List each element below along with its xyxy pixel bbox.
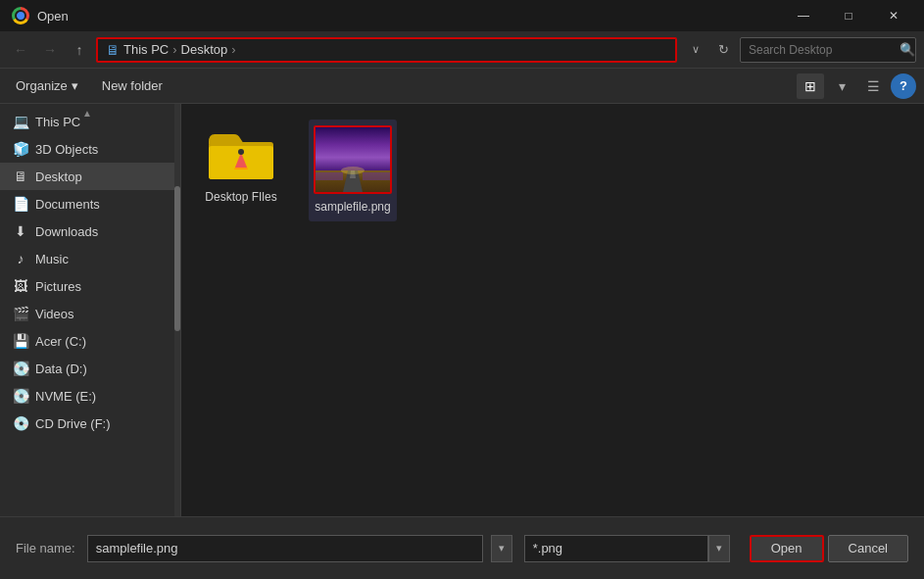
open-button[interactable]: Open <box>750 535 824 562</box>
svg-rect-11 <box>363 172 390 180</box>
sidebar-item-desktop[interactable]: 🖥 Desktop <box>0 163 180 190</box>
filetype-dropdown-button[interactable]: ▾ <box>708 535 730 562</box>
forward-button[interactable]: → <box>37 37 63 63</box>
sidebar-item-pictures[interactable]: 🖼 Pictures <box>0 272 180 300</box>
title-bar-left: Open <box>12 7 69 24</box>
videos-icon: 🎬 <box>12 305 29 322</box>
up-icon: ↑ <box>76 42 83 58</box>
sidebar-item-3d-objects[interactable]: 🧊 3D Objects <box>0 135 180 163</box>
sidebar-label-music: Music <box>35 252 69 266</box>
sidebar-label-3d-objects: 3D Objects <box>35 142 98 157</box>
sidebar-item-data-d[interactable]: 💽 Data (D:) <box>0 355 180 382</box>
view-dropdown-button[interactable]: ▾ <box>828 73 855 99</box>
sidebar-scroll-up[interactable]: ▲ <box>0 104 174 121</box>
forward-icon: → <box>43 42 57 58</box>
sidebar-label-nvme-e: NVME (E:) <box>35 389 96 404</box>
details-view-icon: ☰ <box>867 78 880 94</box>
sidebar: ▲ 💻 This PC 🧊 3D Objects 🖥 Desktop 📄 Doc… <box>0 104 181 516</box>
documents-icon: 📄 <box>12 195 29 213</box>
list-item[interactable]: Desktop FIles <box>197 120 285 212</box>
sidebar-label-acer-c: Acer (C:) <box>35 334 86 349</box>
organize-button[interactable]: Organize ▾ <box>8 73 86 99</box>
address-folder-icon: 🖥 <box>106 42 120 58</box>
nvme-e-icon: 💽 <box>12 387 29 405</box>
sidebar-label-cd-drive: CD Drive (F:) <box>35 416 111 431</box>
sidebar-label-documents: Documents <box>35 197 100 212</box>
address-box[interactable]: 🖥 This PC › Desktop › <box>96 37 677 63</box>
sidebar-item-downloads[interactable]: ⬇ Downloads <box>0 217 180 245</box>
sidebar-label-videos: Videos <box>35 307 74 321</box>
address-right: ∨ ↻ <box>685 37 736 63</box>
dialog-title: Open <box>37 9 69 24</box>
svg-rect-5 <box>316 127 390 170</box>
sidebar-item-acer-c[interactable]: 💾 Acer (C:) <box>0 327 180 355</box>
svg-point-9 <box>341 167 365 174</box>
close-button[interactable]: ✕ <box>871 0 916 31</box>
up-button[interactable]: ↑ <box>67 37 92 63</box>
window-controls: — □ ✕ <box>781 0 916 31</box>
breadcrumb-this-pc: This PC <box>123 42 169 57</box>
help-button[interactable]: ? <box>891 73 916 99</box>
folder-label: Desktop FIles <box>205 190 276 206</box>
desktop-icon: 🖥 <box>12 168 29 185</box>
filename-label: File name: <box>16 541 75 555</box>
breadcrumb: This PC › Desktop › <box>123 42 238 57</box>
folder-icon-wrap <box>207 125 275 184</box>
acer-c-icon: 💾 <box>12 332 29 350</box>
filetype-input[interactable] <box>524 535 708 562</box>
back-icon: ← <box>14 42 27 58</box>
organize-label: Organize <box>16 78 68 93</box>
filename-input-wrap: ▾ <box>87 535 512 562</box>
filetype-select-wrap: ▾ <box>524 535 730 562</box>
data-d-icon: 💽 <box>12 360 29 377</box>
sidebar-label-data-d: Data (D:) <box>35 362 87 376</box>
music-icon: ♪ <box>12 250 29 267</box>
bottom-bar: File name: ▾ ▾ Open Cancel <box>0 516 924 579</box>
sidebar-item-videos[interactable]: 🎬 Videos <box>0 300 180 327</box>
cd-drive-icon: 💿 <box>12 414 29 432</box>
svg-rect-10 <box>316 172 343 180</box>
image-label: samplefile.png <box>315 200 390 216</box>
filename-input[interactable] <box>87 535 483 562</box>
sidebar-item-cd-drive[interactable]: 💿 CD Drive (F:) <box>0 410 180 437</box>
toolbar: Organize ▾ New folder ⊞ ▾ ☰ ? <box>0 69 924 104</box>
action-buttons: Open Cancel <box>750 535 908 562</box>
file-area: Desktop FIles <box>181 104 924 516</box>
sidebar-label-desktop: Desktop <box>35 169 82 184</box>
details-view-button[interactable]: ☰ <box>859 73 887 99</box>
list-item[interactable]: samplefile.png <box>309 120 397 221</box>
view-dropdown-icon: ▾ <box>839 78 846 94</box>
back-button[interactable]: ← <box>8 37 33 63</box>
title-bar: Open — □ ✕ <box>0 0 924 31</box>
minimize-button[interactable]: — <box>781 0 826 31</box>
pictures-icon: 🖼 <box>12 277 29 295</box>
maximize-button[interactable]: □ <box>826 0 871 31</box>
sidebar-item-documents[interactable]: 📄 Documents <box>0 190 180 217</box>
3d-objects-icon: 🧊 <box>12 140 29 158</box>
downloads-icon: ⬇ <box>12 222 29 240</box>
toolbar-right: ⊞ ▾ ☰ ? <box>797 73 916 99</box>
sidebar-item-music[interactable]: ♪ Music <box>0 245 180 272</box>
svg-point-4 <box>238 149 244 155</box>
address-dropdown-button[interactable]: ∨ <box>685 37 706 63</box>
thumbnail-svg <box>316 127 390 192</box>
breadcrumb-sep-2: › <box>231 42 235 57</box>
sidebar-label-downloads: Downloads <box>35 224 98 239</box>
image-thumbnail <box>314 125 392 194</box>
cancel-button[interactable]: Cancel <box>828 535 908 562</box>
icon-view-button[interactable]: ⊞ <box>797 73 824 99</box>
filename-dropdown-button[interactable]: ▾ <box>491 535 512 562</box>
organize-dropdown-icon: ▾ <box>72 78 78 93</box>
main-area: ▲ 💻 This PC 🧊 3D Objects 🖥 Desktop 📄 Doc… <box>0 104 924 516</box>
app-icon <box>12 7 29 24</box>
breadcrumb-sep-1: › <box>172 42 176 57</box>
sidebar-scrollbar-thumb[interactable] <box>174 186 180 330</box>
sidebar-scrollbar[interactable] <box>174 104 180 516</box>
sidebar-label-pictures: Pictures <box>35 279 81 294</box>
folder-svg-icon <box>207 126 275 183</box>
search-input[interactable] <box>749 43 896 57</box>
search-box[interactable]: 🔍 <box>740 37 916 63</box>
sidebar-item-nvme-e[interactable]: 💽 NVME (E:) <box>0 382 180 410</box>
new-folder-button[interactable]: New folder <box>94 73 170 99</box>
refresh-button[interactable]: ↻ <box>710 37 736 63</box>
